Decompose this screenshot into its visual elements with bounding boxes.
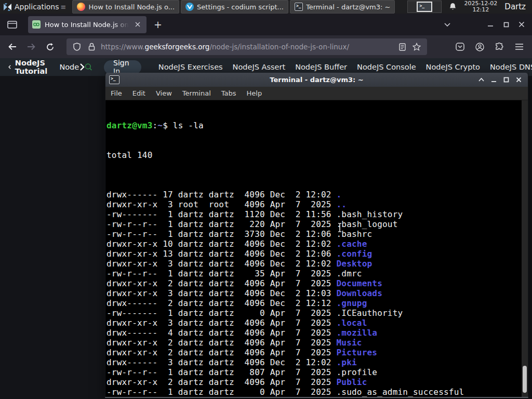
nav-link-nodejs-buffer[interactable]: NodeJS Buffer — [295, 63, 347, 71]
terminal-ls-row: -rw------- 1 dartz dartz 0 Apr 7 2025 .I… — [107, 308, 464, 318]
search-icon[interactable] — [85, 62, 92, 72]
terminal-minimize-button[interactable] — [490, 76, 498, 84]
nav-link-nodejs-dns[interactable]: NodeJS DNS — [490, 63, 532, 71]
pager-terminal-miniature — [417, 2, 432, 12]
ls-row-attributes: drwxr-xr-x 3 dartz dartz 4096 Apr 7 2025 — [107, 318, 336, 328]
ls-row-attributes: drwxr-xr-x 2 dartz dartz 4096 Apr 7 2025 — [107, 348, 336, 357]
panel-user-name[interactable]: Dartz — [504, 2, 528, 11]
reader-mode-icon[interactable] — [395, 39, 409, 54]
forward-button[interactable] — [23, 38, 39, 55]
ls-row-attributes: drwxr-xr-x 3 dartz dartz 4096 Dec 2 12:0… — [107, 259, 336, 269]
applications-menu-label: Applications — [15, 3, 59, 11]
ls-row-attributes: drwx------ 17 dartz dartz 4096 Dec 2 12:… — [107, 190, 336, 200]
reload-icon — [46, 43, 54, 51]
workspace-pager[interactable] — [407, 1, 442, 13]
sign-in-button[interactable]: Sign In — [104, 60, 141, 74]
ls-row-filename: .. — [336, 200, 347, 209]
terminal-ls-row: drwxr-xr-x 3 dartz dartz 4096 Dec 2 12:0… — [107, 288, 464, 298]
tab-title: How to Install Node.js on — [45, 21, 129, 29]
nav-link-nodejs-exercises[interactable]: NodeJS Exercises — [158, 63, 223, 71]
url-domain: geeksforgeeks.org — [145, 43, 210, 51]
chevron-down-icon — [444, 23, 450, 26]
browser-window-controls — [486, 20, 526, 29]
codium-icon — [185, 3, 194, 11]
ls-row-filename: .profile — [336, 367, 377, 377]
geeksforgeeks-favicon — [32, 20, 41, 29]
terminal-title-bar[interactable]: Terminal - dartz@vm3: ~ — [105, 73, 528, 87]
browser-minimize-button[interactable] — [486, 20, 495, 29]
terminal-menu-view[interactable]: View — [151, 89, 177, 97]
ls-row-filename: .mozilla — [336, 328, 377, 338]
back-button[interactable] — [4, 38, 21, 55]
terminal-menu-tabs[interactable]: Tabs — [216, 89, 242, 97]
terminal-menu-terminal[interactable]: Terminal — [177, 89, 216, 97]
firefox-view-button[interactable] — [3, 17, 21, 32]
browser-maximize-button[interactable] — [502, 20, 510, 29]
notification-bell-icon[interactable] — [449, 3, 457, 11]
applications-menu-button[interactable]: Applications ≡ — [0, 0, 69, 14]
nav-link-nodejs-crypto[interactable]: NodeJS Crypto — [426, 63, 480, 71]
taskbar-item-title: How to Install Node.js o... — [88, 3, 175, 11]
panel-clock-time: 12:12 — [464, 7, 497, 13]
reload-button[interactable] — [42, 38, 58, 55]
terminal-menu-help[interactable]: Help — [242, 89, 268, 97]
nav-link-nodejs-tutorial[interactable]: NodeJS Tutorial — [8, 59, 49, 75]
terminal-ls-row: drwxr-xr-x 2 dartz dartz 4096 Apr 7 2025… — [107, 278, 464, 288]
terminal-ls-row: drwx------ 2 dartz dartz 4096 Dec 2 12:1… — [107, 298, 464, 308]
tracking-shield-icon[interactable] — [70, 39, 84, 54]
ls-row-attributes: -rw------- 1 dartz dartz 1120 Dec 2 11:5… — [107, 209, 336, 219]
terminal-menu-bar: FileEditViewTerminalTabsHelp — [105, 87, 528, 100]
taskbar-item-firefox[interactable]: How to Install Node.js o... — [72, 0, 179, 14]
pocket-icon[interactable] — [452, 39, 468, 55]
browser-close-button[interactable] — [517, 20, 526, 29]
nav-link-truncated[interactable]: Node — [59, 63, 85, 71]
terminal-ls-row: drwxr-xr-x 2 dartz dartz 4096 Apr 7 2025… — [107, 348, 464, 357]
ls-row-attributes: drwxr-xr-x 13 dartz dartz 4096 Dec 2 12:… — [107, 249, 336, 259]
panel-clock[interactable]: 2025-12-02 12:12 — [464, 1, 497, 13]
terminal-icon — [295, 3, 303, 11]
taskbar-item-codium[interactable]: Settings - codium script... — [181, 0, 288, 14]
browser-tab-active[interactable]: How to Install Node.js on — [28, 16, 147, 33]
nav-link-nodejs-console[interactable]: NodeJS Console — [357, 63, 416, 71]
ls-row-attributes: drwxr-xr-x 2 dartz dartz 4096 Apr 7 2025 — [107, 278, 336, 288]
terminal-maximize-button[interactable] — [502, 76, 510, 84]
bookmark-star-icon[interactable] — [409, 39, 424, 54]
ls-row-attributes: drwx------ 4 dartz dartz 4096 Apr 7 2025 — [107, 328, 336, 338]
list-all-tabs-button[interactable] — [440, 17, 455, 32]
terminal-output: dartz@vm3:~$ ls -la total 140 drwx------… — [107, 101, 464, 397]
taskbar-item-terminal[interactable]: Terminal - dartz@vm3: ~ — [290, 0, 395, 14]
terminal-window-title: Terminal - dartz@vm3: ~ — [105, 76, 528, 84]
terminal-ls-row: -rw-r--r-- 1 dartz dartz 0 Apr 7 2025 .s… — [107, 387, 464, 397]
ls-row-filename: .dmrc — [336, 269, 362, 278]
nav-link-nodejs-assert[interactable]: NodeJS Assert — [233, 63, 286, 71]
terminal-ls-row: drwxr-xr-x 3 dartz dartz 4096 Dec 2 12:0… — [107, 259, 464, 269]
firefox-view-icon — [7, 21, 17, 29]
terminal-prompt-segment: $ ls -la — [163, 121, 204, 130]
account-icon[interactable] — [472, 39, 487, 55]
terminal-close-button[interactable] — [515, 76, 523, 84]
terminal-scrollbar-thumb[interactable] — [523, 366, 527, 393]
nav-back-label: NodeJS Tutorial — [15, 59, 50, 75]
terminal-ls-row: drwxr-xr-x 3 dartz dartz 4096 Apr 7 2025… — [107, 318, 464, 328]
ls-row-filename: .bash_history — [336, 209, 403, 219]
terminal-ls-row: drwx------ 4 dartz dartz 4096 Apr 7 2025… — [107, 328, 464, 338]
url-text: https://www.geeksforgeeks.org/node-js/in… — [101, 43, 395, 51]
ls-row-filename: .pki — [336, 357, 356, 367]
new-tab-button[interactable]: + — [151, 17, 165, 32]
ls-row-attributes: drwxr-xr-x 2 dartz dartz 4096 Apr 7 2025 — [107, 338, 336, 348]
terminal-shade-button[interactable] — [477, 76, 485, 84]
tab-close-icon[interactable] — [133, 20, 142, 29]
url-bar[interactable]: https://www.geeksforgeeks.org/node-js/in… — [66, 38, 427, 55]
url-path: /node-js/installation-of-node-js-on-linu… — [209, 43, 349, 51]
terminal-content[interactable]: dartz@vm3:~$ ls -la total 140 drwx------… — [105, 100, 528, 397]
ls-row-attributes: -rw-r--r-- 1 dartz dartz 807 Apr 7 2025 — [107, 367, 336, 377]
hamburger-menu-icon[interactable] — [511, 39, 527, 55]
terminal-menu-edit[interactable]: Edit — [127, 89, 151, 97]
terminal-scrollbar[interactable] — [522, 100, 528, 397]
terminal-window: Terminal - dartz@vm3: ~ FileEditViewTerm… — [105, 73, 528, 398]
browser-tab-bar: How to Install Node.js on + — [0, 14, 532, 35]
lock-icon[interactable] — [84, 39, 99, 54]
ls-row-filename: . — [336, 190, 341, 200]
terminal-menu-file[interactable]: File — [105, 89, 127, 97]
extensions-icon[interactable] — [491, 39, 507, 55]
